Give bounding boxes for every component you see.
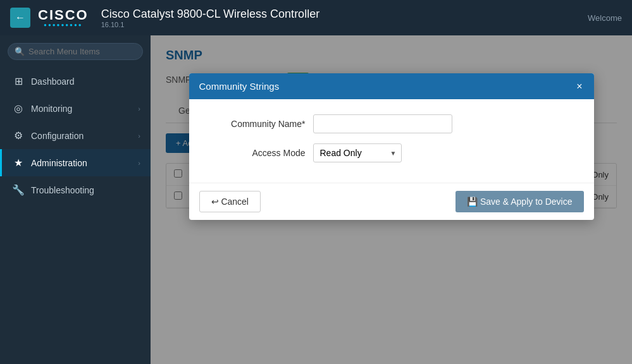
- search-icon: 🔍: [15, 47, 25, 56]
- search-input[interactable]: [28, 47, 136, 56]
- chevron-right-icon: ›: [138, 105, 140, 112]
- administration-icon: ★: [12, 157, 25, 169]
- configuration-icon: ⚙: [12, 130, 25, 142]
- logo-text: CISCO: [38, 8, 89, 22]
- monitoring-icon: ◎: [12, 102, 25, 114]
- main-layout: 🔍 ⊞ Dashboard ◎ Monitoring › ⚙ Configura…: [0, 35, 632, 364]
- save-apply-button[interactable]: 💾 Save & Apply to Device: [455, 191, 583, 212]
- content-area: SNMP SNMP Mode ENABLED 👁 General Communi…: [151, 35, 632, 364]
- header-subtitle: 16.10.1: [101, 21, 319, 28]
- top-header: ← CISCO ●●●●●●●●● Cisco Catalyst 9800-CL…: [0, 0, 632, 35]
- cisco-logo: CISCO ●●●●●●●●●: [38, 8, 89, 28]
- sidebar-item-troubleshooting[interactable]: 🔧 Troubleshooting: [0, 176, 151, 203]
- sidebar: 🔍 ⊞ Dashboard ◎ Monitoring › ⚙ Configura…: [0, 35, 151, 364]
- modal-body: Community Name* Access Mode Read Only Re…: [189, 99, 594, 183]
- community-name-input[interactable]: [313, 114, 452, 133]
- logo-dots: ●●●●●●●●●: [44, 22, 83, 28]
- modal-footer: ↩ Cancel 💾 Save & Apply to Device: [189, 183, 594, 220]
- sidebar-item-label: Troubleshooting: [31, 185, 140, 195]
- modal-title: Community Strings: [199, 81, 280, 92]
- chevron-right-icon: ›: [138, 132, 140, 140]
- sidebar-item-label: Dashboard: [31, 76, 140, 87]
- sidebar-item-label: Monitoring: [31, 104, 132, 114]
- community-name-label: Community Name*: [204, 119, 306, 129]
- back-button[interactable]: ←: [10, 8, 30, 28]
- search-container: 🔍: [0, 35, 151, 68]
- modal-close-button[interactable]: ×: [575, 82, 583, 92]
- community-strings-modal: Community Strings × Community Name* Acce…: [189, 73, 594, 220]
- modal-header: Community Strings ×: [189, 73, 594, 99]
- modal-overlay: Community Strings × Community Name* Acce…: [151, 35, 632, 364]
- troubleshooting-icon: 🔧: [12, 184, 25, 196]
- welcome-text: Welcome: [588, 13, 622, 23]
- sidebar-item-dashboard[interactable]: ⊞ Dashboard: [0, 68, 151, 95]
- access-mode-wrapper: Read Only Read Write: [313, 143, 402, 162]
- sidebar-item-monitoring[interactable]: ◎ Monitoring ›: [0, 95, 151, 122]
- sidebar-item-label: Configuration: [31, 131, 132, 141]
- access-mode-row: Access Mode Read Only Read Write: [204, 143, 579, 162]
- dashboard-icon: ⊞: [12, 75, 25, 87]
- search-wrapper[interactable]: 🔍: [8, 43, 143, 60]
- sidebar-item-administration[interactable]: ★ Administration ›: [0, 149, 151, 176]
- access-mode-select[interactable]: Read Only Read Write: [313, 143, 402, 162]
- sidebar-item-configuration[interactable]: ⚙ Configuration ›: [0, 122, 151, 149]
- header-title: Cisco Catalyst 9800-CL Wireless Controll…: [101, 8, 319, 21]
- access-mode-label: Access Mode: [204, 148, 306, 158]
- sidebar-item-label: Administration: [31, 158, 132, 168]
- chevron-right-icon: ›: [138, 159, 140, 167]
- community-name-row: Community Name*: [204, 114, 579, 133]
- cancel-button[interactable]: ↩ Cancel: [199, 191, 261, 212]
